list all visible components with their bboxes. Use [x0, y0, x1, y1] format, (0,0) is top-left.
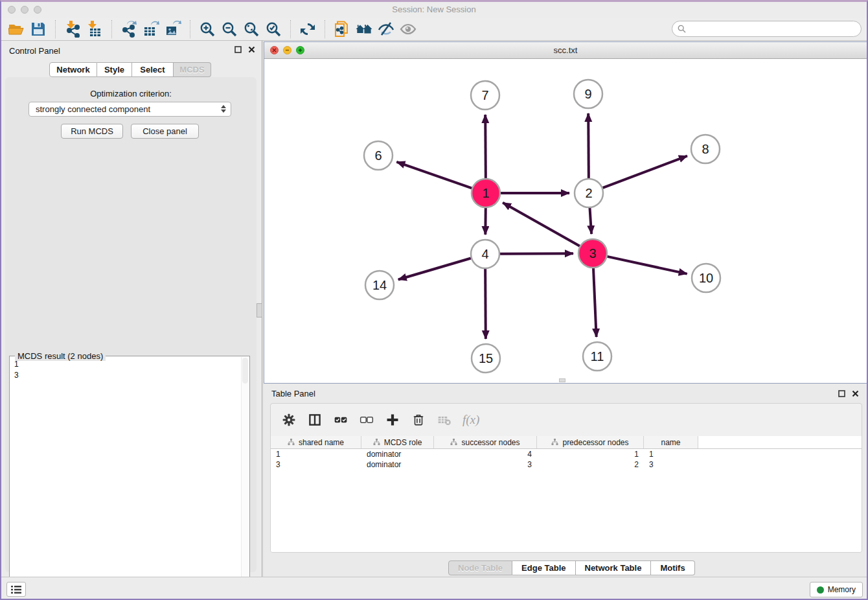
tab-node-table[interactable]: Node Table — [448, 560, 512, 575]
delete-columns-button[interactable] — [411, 412, 426, 428]
graph-edge-4-15[interactable] — [485, 269, 486, 339]
cell-shared-name[interactable]: 1 — [271, 450, 361, 459]
task-history-button[interactable] — [6, 582, 26, 597]
cell-name[interactable]: 1 — [644, 450, 698, 459]
cell-name[interactable]: 3 — [644, 460, 698, 469]
cell-successor-nodes[interactable]: 4 — [434, 450, 537, 459]
checked-boxes-icon — [334, 413, 348, 427]
cell-mcds-role[interactable]: dominator — [361, 460, 434, 469]
network-view-window: scc.txt 7968124314101511 — [264, 41, 867, 384]
export-network-button[interactable] — [118, 19, 140, 39]
graph-node-3[interactable]: 3 — [578, 239, 607, 268]
column-header-successor-nodes[interactable]: successor nodes — [434, 436, 537, 448]
graph-edge-4-3[interactable] — [500, 253, 573, 254]
column-header-shared-name[interactable]: shared name — [271, 436, 361, 448]
select-all-button[interactable] — [333, 412, 348, 428]
show-graphics-button[interactable] — [397, 19, 419, 39]
delete-table-button[interactable] — [437, 412, 452, 428]
refresh-layout-button[interactable] — [297, 19, 319, 39]
export-image-button[interactable] — [162, 19, 184, 39]
float-panel-icon[interactable] — [234, 46, 242, 53]
graph-edge-3-10[interactable] — [607, 257, 687, 274]
clone-network-button[interactable] — [331, 19, 353, 39]
search-field[interactable] — [672, 21, 862, 37]
splitter-handle[interactable] — [257, 303, 262, 317]
column-header-name[interactable]: name — [644, 436, 698, 448]
tab-style[interactable]: Style — [97, 62, 132, 77]
graph-edge-2-9[interactable] — [588, 113, 589, 178]
close-panel-button[interactable]: Close panel — [131, 124, 199, 139]
zoom-out-button[interactable] — [218, 19, 240, 39]
close-panel-icon[interactable] — [852, 390, 859, 397]
table-row[interactable]: 1 dominator 4 1 1 — [271, 449, 862, 459]
canvas-scroll-thumb[interactable] — [559, 378, 565, 382]
graph-node-4[interactable]: 4 — [471, 240, 499, 268]
column-header-predecessor-nodes[interactable]: predecessor nodes — [537, 436, 644, 448]
open-session-button[interactable] — [5, 19, 27, 39]
tab-edge-table[interactable]: Edge Table — [512, 560, 575, 575]
graph-edge-3-1[interactable] — [503, 203, 580, 246]
cell-successor-nodes[interactable]: 3 — [434, 460, 537, 469]
graph-node-7[interactable]: 7 — [471, 81, 499, 110]
graph-node-11[interactable]: 11 — [583, 342, 611, 371]
zoom-in-icon — [199, 21, 216, 38]
search-input[interactable] — [689, 25, 856, 34]
close-panel-icon[interactable] — [248, 46, 255, 53]
zoom-fit-button[interactable] — [240, 19, 262, 39]
zoom-in-button[interactable] — [196, 19, 218, 39]
result-scrollbar[interactable] — [241, 357, 249, 600]
graph-node-9[interactable]: 9 — [574, 80, 602, 108]
mcds-result-text[interactable]: 1 3 — [10, 357, 241, 600]
add-column-button[interactable] — [385, 412, 400, 428]
graph-node-10[interactable]: 10 — [692, 264, 720, 292]
tab-motifs[interactable]: Motifs — [651, 560, 694, 575]
graph-node-label: 8 — [702, 142, 709, 156]
float-panel-icon[interactable] — [838, 390, 845, 397]
save-session-button[interactable] — [27, 19, 49, 39]
graph-node-2[interactable]: 2 — [575, 179, 603, 207]
graph-node-label: 4 — [481, 247, 488, 261]
graph-node-8[interactable]: 8 — [691, 135, 720, 163]
cell-shared-name[interactable]: 3 — [271, 460, 361, 469]
cell-predecessor-nodes[interactable]: 1 — [537, 450, 644, 459]
tab-network-table[interactable]: Network Table — [576, 560, 652, 575]
network-window-titlebar[interactable]: scc.txt — [264, 42, 867, 59]
deselect-all-button[interactable] — [359, 412, 374, 428]
graph-node-label: 3 — [589, 246, 596, 260]
node-table-container: f(x) shared name MCDS role successor nod… — [270, 403, 862, 553]
export-table-button[interactable] — [140, 19, 162, 39]
tab-select[interactable]: Select — [132, 62, 174, 77]
graph-node-1[interactable]: 1 — [472, 179, 500, 207]
control-panel: Control Panel Network Style Select MCDS … — [0, 41, 262, 577]
graph-edge-1-7[interactable] — [485, 115, 486, 178]
table-row[interactable]: 3 dominator 3 2 3 — [271, 459, 862, 470]
import-table-button[interactable] — [84, 19, 106, 39]
table-settings-button[interactable] — [281, 412, 297, 428]
graph-node-label: 7 — [481, 88, 488, 102]
graph-edge-3-11[interactable] — [593, 268, 597, 337]
optimization-criterion-select[interactable]: strongly connected component — [29, 102, 231, 117]
tab-network[interactable]: Network — [49, 62, 97, 77]
cell-predecessor-nodes[interactable]: 2 — [537, 460, 644, 469]
zoom-selected-button[interactable] — [262, 19, 284, 39]
column-header-mcds-role[interactable]: MCDS role — [361, 436, 434, 448]
memory-button[interactable]: Memory — [810, 582, 863, 597]
tab-mcds[interactable]: MCDS — [174, 62, 211, 77]
cell-mcds-role[interactable]: dominator — [361, 450, 434, 459]
graph-node-label: 9 — [584, 87, 591, 101]
network-canvas[interactable]: 7968124314101511 — [264, 59, 867, 383]
graph-edge-2-3[interactable] — [589, 208, 591, 234]
run-mcds-button[interactable]: Run MCDS — [61, 124, 123, 139]
graph-edge-4-14[interactable] — [398, 258, 471, 279]
toggle-columns-button[interactable] — [307, 412, 323, 428]
graph-node-15[interactable]: 15 — [472, 344, 500, 373]
graph-node-14[interactable]: 14 — [365, 271, 394, 299]
hide-graphics-button[interactable] — [375, 19, 397, 39]
home-view-button[interactable] — [353, 19, 375, 39]
graph-edge-2-8[interactable] — [603, 156, 687, 188]
hierarchy-icon — [551, 439, 558, 446]
import-network-button[interactable] — [62, 19, 84, 39]
graph-node-6[interactable]: 6 — [364, 141, 393, 170]
function-builder-button[interactable]: f(x) — [463, 412, 479, 428]
graph-edge-1-6[interactable] — [396, 162, 472, 189]
